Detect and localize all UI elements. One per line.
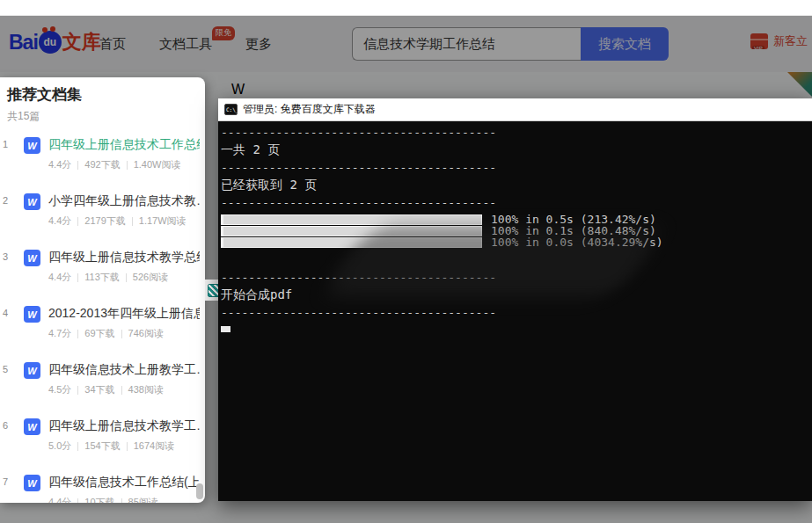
doc-meta: 4.4分10下载85阅读 [48,496,158,503]
doc-title-link[interactable]: 四年级上册信息技术教学总结 [48,250,200,265]
progress-bar [221,214,482,225]
divider [127,442,128,451]
browser-top-strip [0,0,812,16]
word-doc-icon: W [24,306,40,323]
doc-title-link[interactable]: 四年级上册信息技术教学工… [48,418,200,434]
doc-title-link[interactable]: 四年级信息技术工作总结(上… [48,475,200,490]
item-index: 7 [3,476,8,487]
divider [127,161,128,170]
divider [77,498,78,504]
cmd-console[interactable]: ----------------------------------------… [218,121,812,501]
doc-reads: 746阅读 [128,327,164,340]
panel-count: 共15篇 [7,109,40,124]
doc-meta: 4.4分492下载1.40W阅读 [48,158,180,171]
doc-downloads: 2179下载 [84,214,125,228]
doc-meta: 4.7分69下载746阅读 [48,327,164,340]
doc-score: 4.4分 [48,158,71,171]
list-item[interactable]: 5 W 四年级信息技术上册教学工… 4.5分34下载438阅读 [0,359,205,415]
list-item[interactable]: 4 W 2012-2013年四年级上册信息… 4.7分69下载746阅读 [0,302,205,359]
divider [77,161,78,170]
doc-reads: 526阅读 [133,271,168,284]
list-item[interactable]: 3 W 四年级上册信息技术教学总结 4.4分113下载526阅读 [0,246,205,302]
item-index: 4 [3,308,8,318]
divider [121,498,122,504]
divider [121,330,122,338]
cmd-window-title: 管理员: 免费百度文库下载器 [243,102,376,117]
blurred-watermark [318,227,667,297]
doc-meta: 4.4分2179下载1.17W阅读 [48,214,187,228]
console-total-pages: 一共 2 页 [221,143,812,156]
list-item[interactable]: 2 W 小学四年级上册信息技术教… 4.4分2179下载1.17W阅读 [0,190,205,246]
list-item[interactable]: 1 W 四年级上册信息技术工作总结 4.4分492下载1.40W阅读 [0,134,205,190]
doc-downloads: 113下载 [84,271,120,284]
doc-downloads: 10下载 [84,496,114,503]
divider [77,442,78,451]
word-doc-icon: W [24,250,40,266]
doc-title-link[interactable]: 2012-2013年四年级上册信息… [48,306,200,322]
doc-title-link[interactable]: 四年级信息技术上册教学工… [48,362,200,378]
doc-downloads: 492下载 [84,158,120,171]
cmd-window[interactable]: C:\_ 管理员: 免费百度文库下载器 --------------------… [218,98,812,501]
doc-reads: 85阅读 [128,496,158,503]
doc-score: 4.4分 [48,214,71,228]
doc-list: 1 W 四年级上册信息技术工作总结 4.4分492下载1.40W阅读 2 W 小… [0,134,205,503]
item-index: 3 [3,251,8,262]
divider [77,386,78,395]
doc-meta: 5.0分154下载1674阅读 [48,439,174,453]
divider [77,330,78,338]
cmd-titlebar[interactable]: C:\_ 管理员: 免费百度文库下载器 [218,98,812,121]
doc-downloads: 69下载 [84,327,114,340]
panel-scrollbar-thumb[interactable] [196,483,203,499]
word-doc-icon: W [24,475,40,491]
console-fetched-pages: 已经获取到 2 页 [221,178,812,192]
doc-title-link[interactable]: 小学四年级上册信息技术教… [48,193,200,209]
divider [121,386,122,395]
console-divider: ---------------------------------------- [221,306,812,319]
doc-reads: 1.40W阅读 [134,158,181,171]
doc-downloads: 154下载 [84,439,120,453]
recommended-docs-panel: 推荐文档集 共15篇 1 W 四年级上册信息技术工作总结 4.4分492下载1.… [0,77,205,503]
doc-meta: 4.5分34下载438阅读 [48,383,164,396]
word-doc-icon: W [24,362,40,379]
item-index: 6 [3,420,8,431]
console-divider: ---------------------------------------- [221,196,812,209]
doc-score: 4.4分 [48,271,71,284]
screen: Bai du 文库 首页 文档工具 限免 更多 搜索文档 VIP 新客 [0,0,812,523]
list-item[interactable]: 6 W 四年级上册信息技术教学工… 5.0分154下载1674阅读 [0,415,205,471]
doc-meta: 4.4分113下载526阅读 [48,271,168,284]
word-doc-icon: W [24,137,40,154]
item-index: 5 [3,364,8,374]
doc-reads: 438阅读 [128,383,164,396]
divider [126,273,127,282]
list-item[interactable]: 7 W 四年级信息技术工作总结(上… 4.4分10下载85阅读 [0,471,205,503]
doc-score: 4.4分 [48,496,71,503]
word-doc-icon: W [24,418,40,435]
divider [77,273,78,282]
item-index: 2 [3,195,8,206]
console-cursor [221,326,230,332]
doc-reads: 1674阅读 [134,439,174,453]
item-index: 1 [3,139,8,149]
doc-downloads: 34下载 [84,383,114,396]
cmd-icon: C:\_ [224,104,238,115]
word-doc-icon: W [24,193,40,210]
divider [132,217,133,226]
doc-reads: 1.17W阅读 [139,214,187,228]
doc-title-link[interactable]: 四年级上册信息技术工作总结 [48,137,200,153]
doc-score: 4.5分 [48,383,71,396]
panel-title: 推荐文档集 [7,84,82,105]
doc-score: 4.7分 [48,327,71,340]
console-divider: ---------------------------------------- [221,161,812,174]
divider [77,217,78,226]
doc-score: 5.0分 [48,439,71,453]
console-divider: ---------------------------------------- [221,126,812,139]
